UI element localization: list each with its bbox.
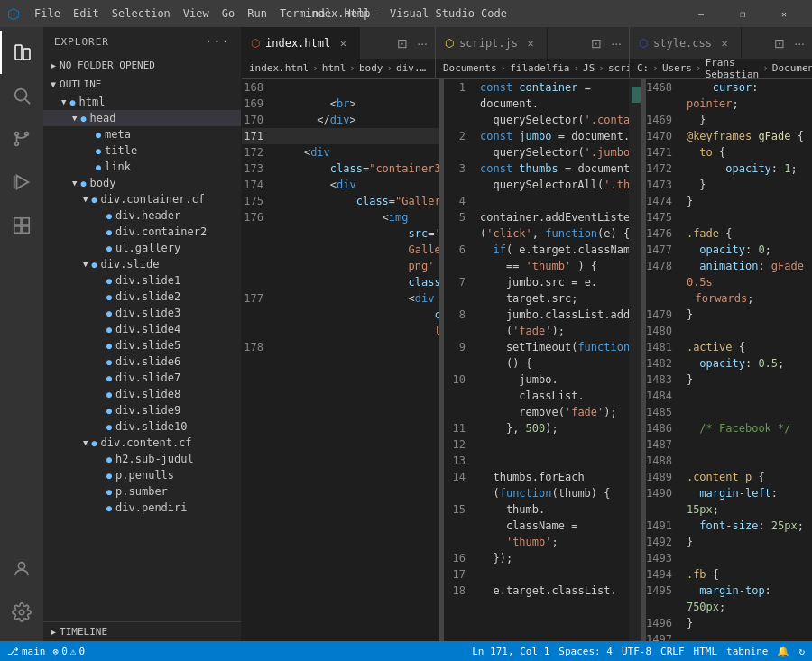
tree-item-h2[interactable]: ● h2.sub-judul <box>43 451 241 467</box>
tree-item-p-sumber[interactable]: ● p.sumber <box>43 483 241 500</box>
tree-item-slide3[interactable]: ● div.slide3 <box>43 305 241 321</box>
tree-item-slide5[interactable]: ● div.slide5 <box>43 337 241 353</box>
js-editor[interactable]: 1const container = document. querySelect… <box>444 79 642 641</box>
status-spaces[interactable]: Spaces: 4 <box>558 646 613 657</box>
bc-scriptjs[interactable]: script.js <box>608 62 630 74</box>
tree-item-slide8[interactable]: ● div.slide8 <box>43 386 241 402</box>
tree-item-content-cf[interactable]: ▼ ● div.content.cf <box>43 435 241 451</box>
html-editor[interactable]: 168 169 <br> 170 </div> 171 172 <div 173… <box>242 79 440 641</box>
timeline-section[interactable]: ▶ TIMELINE <box>43 621 241 641</box>
more-actions-button-js[interactable]: ··· <box>607 36 625 50</box>
more-actions-button-css[interactable]: ··· <box>790 36 808 50</box>
tree-item-head[interactable]: ▼ ● head <box>43 110 241 126</box>
tab-close-html[interactable]: ✕ <box>336 36 350 50</box>
tab-close-css[interactable]: ✕ <box>717 36 732 50</box>
bc-container[interactable]: div.container.cf <box>396 62 428 74</box>
activity-extensions[interactable] <box>0 204 43 247</box>
activity-explorer[interactable] <box>0 31 43 74</box>
bc-body[interactable]: body <box>359 62 383 74</box>
activity-bar <box>0 27 43 641</box>
css-code-area[interactable]: 1468 cursor: pointer; 1469 } 1470@keyfra… <box>646 79 812 641</box>
explorer-more[interactable]: ··· <box>205 34 230 49</box>
split-editor-button[interactable]: ⊡ <box>393 36 411 50</box>
status-bell[interactable]: 🔔 <box>777 646 789 657</box>
bc-users[interactable]: Users <box>662 62 692 74</box>
js-code-area[interactable]: 1const container = document. querySelect… <box>444 79 641 641</box>
activity-search[interactable] <box>0 74 43 117</box>
css-line-1490: 1490 margin-left: 15px; <box>646 485 812 518</box>
sidebar: EXPLORER ··· ▶ NO FOLDER OPENED ▼ OUTLIN… <box>43 27 242 641</box>
menu-edit[interactable]: Edit <box>73 7 99 20</box>
tree-item-slide4[interactable]: ● div.slide4 <box>43 321 241 337</box>
tree-item-slide2[interactable]: ● div.slide2 <box>43 289 241 305</box>
tree-item-div-pendiri[interactable]: ● div.pendiri <box>43 500 241 516</box>
circle-icon: ● <box>106 276 112 286</box>
activity-run[interactable] <box>0 161 43 204</box>
css-line-1469: 1469 } <box>646 112 812 128</box>
tree-item-slide6[interactable]: ● div.slide6 <box>43 353 241 370</box>
bc-c[interactable]: C: <box>637 62 649 74</box>
more-actions-button[interactable]: ··· <box>413 36 431 50</box>
activity-accounts[interactable] <box>0 547 43 591</box>
tree-item-title[interactable]: ● title <box>43 142 241 159</box>
tree-item-link[interactable]: ● link <box>43 159 241 175</box>
tree-item-slide9[interactable]: ● div.slide9 <box>43 402 241 418</box>
tree-item-body[interactable]: ▼ ● body <box>43 175 241 191</box>
status-language[interactable]: HTML <box>694 646 718 657</box>
tree-item-meta[interactable]: ● meta <box>43 126 241 142</box>
activity-source-control[interactable] <box>0 117 43 161</box>
maximize-button[interactable]: ❐ <box>722 0 763 27</box>
svg-rect-11 <box>14 226 21 233</box>
close-button[interactable]: ✕ <box>763 0 805 27</box>
outline-section-header[interactable]: ▼ OUTLINE <box>43 75 241 94</box>
js-line-6: 6 if( e.target.className <box>444 242 641 258</box>
status-sync[interactable]: ↻ <box>798 646 805 657</box>
circle-icon: ● <box>106 292 112 302</box>
activity-settings[interactable] <box>0 591 43 634</box>
menu-view[interactable]: View <box>183 7 209 20</box>
html-code-area[interactable]: 168 169 <br> 170 </div> 171 172 <div 173… <box>242 79 439 641</box>
bc-js[interactable]: JS <box>583 62 595 74</box>
split-editor-button-js[interactable]: ⊡ <box>587 36 605 50</box>
menu-go[interactable]: Go <box>222 7 235 20</box>
tab-style-css[interactable]: ⬡ style.css ✕ <box>630 27 742 59</box>
status-position[interactable]: Ln 171, Col 1 <box>472 646 549 657</box>
tree-item-html[interactable]: ▼ ● html <box>43 94 241 110</box>
status-branch[interactable]: ⎇ main <box>7 646 46 657</box>
tree-item-div-header[interactable]: ● div.header <box>43 207 241 224</box>
menu-run[interactable]: Run <box>247 7 267 20</box>
timeline-label: TIMELINE <box>60 626 107 638</box>
tree-item-ul-gallery[interactable]: ● ul.gallery <box>43 240 241 256</box>
menu-file[interactable]: File <box>34 7 60 20</box>
menu-selection[interactable]: Selection <box>112 7 171 20</box>
bc-docs[interactable]: Documents <box>772 62 812 74</box>
tree-item-slide10[interactable]: ● div.slide10 <box>43 418 241 435</box>
circle-icon: ● <box>106 406 112 416</box>
status-errors[interactable]: ⊗ 0 ⚠ 0 <box>53 646 86 657</box>
sidebar-content[interactable]: ▼ OUTLINE ▼ ● html ▼ ● head ● meta ● tit… <box>43 75 241 621</box>
bc-indexhtml[interactable]: index.html <box>249 62 309 74</box>
tab-index-html[interactable]: ⬡ index.html ✕ <box>242 27 360 59</box>
tree-item-container2[interactable]: ● div.container2 <box>43 224 241 240</box>
status-line-ending[interactable]: CRLF <box>660 646 685 657</box>
bc-html[interactable]: html <box>322 62 346 74</box>
status-tabnine[interactable]: tabnine <box>726 646 768 657</box>
bc-frans[interactable]: Frans Sebastian <box>706 59 760 78</box>
split-editor-button-css[interactable]: ⊡ <box>770 36 789 50</box>
tab-script-js[interactable]: ⬡ script.js ✕ <box>436 27 548 59</box>
bc-filadelfia[interactable]: filadelfia <box>510 62 569 74</box>
tree-item-slide7[interactable]: ● div.slide7 <box>43 370 241 386</box>
js-line-7b: target.src; <box>444 290 641 307</box>
css-editor[interactable]: 1468 cursor: pointer; 1469 } 1470@keyfra… <box>646 79 812 641</box>
tab-close-js[interactable]: ✕ <box>523 36 538 50</box>
js-line-3b: querySelectorAll('.thumb'); <box>444 177 641 193</box>
tree-item-div-slide[interactable]: ▼ ● div.slide <box>43 256 241 272</box>
tree-item-slide1[interactable]: ● div.slide1 <box>43 272 241 289</box>
minimize-button[interactable]: — <box>680 0 722 27</box>
tree-item-p-penulls[interactable]: ● p.penulls <box>43 467 241 483</box>
bc-documents[interactable]: Documents <box>443 62 497 74</box>
tree-item-container-cf[interactable]: ▼ ● div.container.cf <box>43 191 241 207</box>
status-encoding[interactable]: UTF-8 <box>622 646 651 657</box>
no-folder-section[interactable]: ▶ NO FOLDER OPENED <box>43 56 241 75</box>
js-line-13: 13 <box>444 453 641 469</box>
